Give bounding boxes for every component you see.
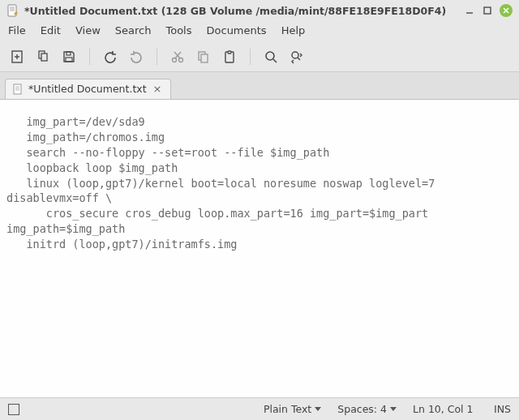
insert-mode[interactable]: INS bbox=[494, 403, 511, 415]
dropdown-icon bbox=[390, 407, 397, 411]
svg-line-24 bbox=[273, 59, 277, 62]
editor-area[interactable]: img_part=/dev/sda9 img_path=/chromos.img… bbox=[0, 100, 519, 397]
maximize-button[interactable] bbox=[480, 3, 495, 18]
redo-button[interactable] bbox=[127, 48, 145, 66]
svg-rect-27 bbox=[14, 84, 21, 94]
dropdown-icon bbox=[315, 407, 321, 411]
tab-close-icon[interactable]: × bbox=[153, 83, 162, 95]
svg-line-18 bbox=[174, 52, 180, 58]
find-replace-button[interactable] bbox=[288, 48, 306, 66]
tabbar: *Untitled Document.txt × bbox=[0, 72, 519, 100]
svg-point-25 bbox=[292, 52, 298, 58]
toolbar bbox=[0, 41, 519, 72]
svg-line-17 bbox=[175, 52, 181, 58]
syntax-selector[interactable]: Plain Text bbox=[264, 403, 321, 415]
app-icon bbox=[6, 4, 19, 17]
toolbar-separator bbox=[250, 49, 251, 65]
titlebar: *Untitled Document.txt (128 GB Volume /m… bbox=[0, 0, 519, 21]
svg-point-23 bbox=[266, 52, 274, 60]
svg-point-15 bbox=[173, 58, 177, 62]
menubar: File Edit View Search Tools Documents He… bbox=[0, 21, 519, 41]
menu-search[interactable]: Search bbox=[115, 24, 152, 36]
menu-help[interactable]: Help bbox=[281, 24, 306, 36]
tab-document[interactable]: *Untitled Document.txt × bbox=[5, 79, 171, 99]
save-button[interactable] bbox=[60, 48, 78, 66]
editor-text[interactable]: img_part=/dev/sda9 img_path=/chromos.img… bbox=[6, 114, 513, 252]
search-button[interactable] bbox=[262, 48, 280, 66]
cut-button[interactable] bbox=[169, 48, 187, 66]
svg-point-16 bbox=[179, 58, 183, 62]
document-icon bbox=[12, 84, 24, 95]
svg-rect-12 bbox=[41, 54, 47, 61]
svg-line-26 bbox=[298, 58, 300, 60]
svg-rect-22 bbox=[228, 51, 231, 54]
svg-rect-5 bbox=[484, 7, 491, 14]
toolbar-separator bbox=[89, 49, 90, 65]
new-document-button[interactable] bbox=[8, 48, 26, 66]
undo-button[interactable] bbox=[101, 48, 119, 66]
indent-selector[interactable]: Spaces: 4 bbox=[337, 403, 397, 415]
statusbar: Plain Text Spaces: 4 Ln 10, Col 1 INS bbox=[0, 397, 519, 420]
cursor-position: Ln 10, Col 1 bbox=[413, 403, 478, 415]
window-title: *Untitled Document.txt (128 GB Volume /m… bbox=[24, 5, 446, 17]
menu-tools[interactable]: Tools bbox=[165, 24, 191, 36]
svg-rect-20 bbox=[201, 54, 208, 62]
syntax-label: Plain Text bbox=[264, 403, 311, 415]
close-button[interactable] bbox=[500, 4, 513, 17]
menu-documents[interactable]: Documents bbox=[207, 24, 267, 36]
tab-label: *Untitled Document.txt bbox=[28, 83, 147, 95]
indent-label: Spaces: 4 bbox=[337, 403, 387, 415]
side-panel-toggle[interactable] bbox=[8, 404, 19, 415]
menu-edit[interactable]: Edit bbox=[41, 24, 61, 36]
menu-view[interactable]: View bbox=[75, 24, 101, 36]
toolbar-separator bbox=[157, 49, 157, 65]
svg-rect-13 bbox=[66, 52, 71, 55]
open-button[interactable] bbox=[34, 48, 52, 66]
copy-button[interactable] bbox=[195, 48, 212, 66]
svg-rect-14 bbox=[66, 58, 72, 62]
minimize-button[interactable] bbox=[462, 3, 477, 18]
paste-button[interactable] bbox=[221, 48, 238, 66]
menu-file[interactable]: File bbox=[8, 24, 26, 36]
